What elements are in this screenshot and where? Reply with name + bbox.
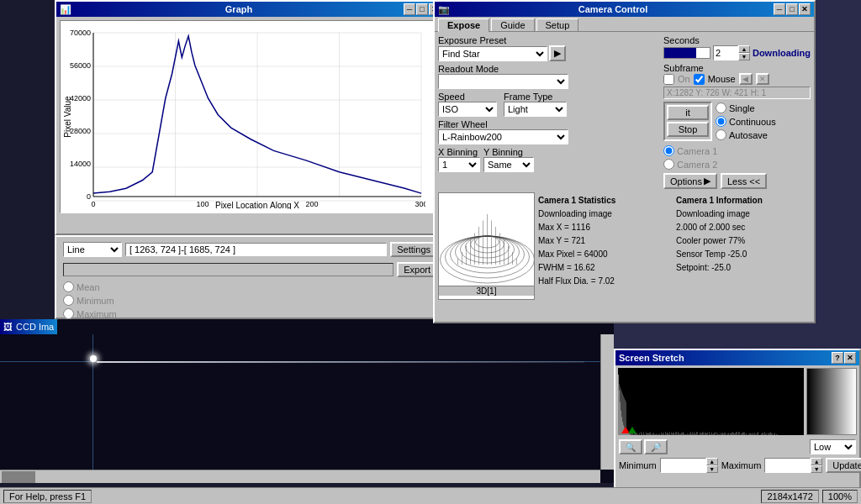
x-binning-select[interactable]: 1: [438, 157, 480, 172]
info-downloading: Downloading image: [676, 207, 809, 221]
graph-title: Graph: [225, 4, 252, 14]
frame-type-select[interactable]: Light: [504, 102, 567, 117]
info-exposure: 2.000 of 2.000 sec: [676, 221, 809, 234]
camera-maximize-btn[interactable]: □: [786, 3, 798, 15]
zoom-out-button[interactable]: 🔎: [644, 439, 668, 454]
subframe-on-checkbox[interactable]: [663, 74, 674, 85]
options-button[interactable]: Options ▶: [663, 173, 717, 189]
camera-stats-row: 3D[1] Camera 1 Statistics Downloading im…: [438, 192, 811, 300]
it-stop-group: it Stop: [663, 102, 712, 141]
stretch-title-bar: Screen Stretch ? ✕: [615, 350, 859, 365]
max-up-btn[interactable]: ▲: [811, 458, 822, 465]
min-max-controls: Minimum 13.022 ▲ ▼ Maximum 3207.6 ▲ ▼ Up…: [615, 456, 859, 475]
seconds-down-btn[interactable]: ▼: [738, 53, 750, 60]
y-binning-select[interactable]: Same: [483, 157, 534, 172]
exposure-preset-select[interactable]: Find Star: [438, 46, 547, 61]
tab-setup[interactable]: Setup: [536, 18, 579, 31]
export-button[interactable]: Export: [397, 262, 437, 277]
camera-control-window: 📷 Camera Control ─ □ ✕ Expose Guide Setu…: [433, 0, 816, 323]
ccd-scrollbar-v[interactable]: [600, 334, 614, 470]
status-bar: For Help, press F1 2184x1472 100%: [0, 487, 861, 504]
camera1-radio[interactable]: [663, 145, 674, 156]
subframe-btn1[interactable]: ◀: [739, 73, 753, 85]
camera1-stats-box: Camera 1 Statistics Downloading image Ma…: [536, 192, 673, 300]
seconds-spinbox: 2 ▲ ▼: [713, 45, 750, 60]
scrollbar-thumb-h[interactable]: [2, 471, 35, 483]
filter-wheel-select[interactable]: L-Rainbow200: [438, 129, 568, 144]
camera1-info-box: Camera 1 Information Downloading image 2…: [674, 192, 811, 300]
histogram-canvas: [618, 368, 778, 435]
seconds-up-btn[interactable]: ▲: [738, 45, 750, 53]
y-binning-label: Y Binning: [483, 147, 534, 157]
maximum-radio[interactable]: [63, 308, 74, 319]
star-trail: [97, 361, 584, 363]
seconds-input[interactable]: 2: [713, 45, 738, 60]
camera-minimize-btn[interactable]: ─: [774, 3, 785, 15]
exposure-preset-label: Exposure Preset: [438, 35, 660, 45]
info-cooler: Cooler power 77%: [676, 234, 809, 248]
camera-title-bar: 📷 Camera Control ─ □ ✕: [435, 2, 814, 17]
3d-preview: 3D[1]: [438, 192, 535, 300]
tab-guide[interactable]: Guide: [491, 18, 534, 31]
graph-coords: [ 1263, 724 ]-[ 1685, 724 ]: [125, 243, 387, 256]
mean-radio[interactable]: [63, 281, 74, 292]
camera-title: Camera Control: [578, 4, 648, 14]
info-setpoint: Setpoint: -25.0: [676, 261, 809, 275]
max-marker: [628, 427, 637, 433]
zoom-in-button[interactable]: 🔍: [619, 439, 642, 454]
graph-icon: 📊: [60, 4, 71, 15]
speed-select[interactable]: ISO: [438, 102, 497, 117]
graph-maximize-btn[interactable]: □: [416, 3, 428, 15]
min-input[interactable]: 13.022: [660, 458, 706, 473]
it-button[interactable]: it: [667, 105, 709, 120]
subframe-btn2[interactable]: ✕: [756, 73, 769, 85]
minimum-radio[interactable]: [63, 295, 74, 306]
exposure-progress-bar: [663, 47, 710, 59]
progress-indicator: [63, 263, 394, 276]
expose-left-col: Exposure Preset Find Star ▶ Readout Mode: [438, 35, 660, 189]
expose-tab-content: Exposure Preset Find Star ▶ Readout Mode: [435, 31, 814, 192]
tab-expose[interactable]: Expose: [438, 18, 489, 32]
stretch-help-btn[interactable]: ?: [832, 352, 843, 364]
ccd-scrollbar-h[interactable]: [0, 470, 600, 483]
single-radio[interactable]: [716, 102, 726, 113]
autosave-radio[interactable]: [716, 129, 726, 140]
stop-button[interactable]: Stop: [667, 122, 709, 137]
x-binning-label: X Binning: [438, 147, 480, 157]
settings-button[interactable]: Settings: [390, 242, 437, 257]
continuous-radio[interactable]: [716, 116, 726, 127]
downloading-text: Downloading: [753, 48, 811, 58]
max-spinbox: 3207.6 ▲ ▼: [764, 458, 822, 473]
mouse-label: Mouse: [708, 74, 736, 84]
stretch-close-btn[interactable]: ✕: [844, 352, 856, 364]
play-button[interactable]: ▶: [549, 45, 566, 61]
less-button[interactable]: Less <<: [721, 173, 767, 189]
histogram-main: [618, 368, 804, 435]
max-down-btn[interactable]: ▼: [811, 465, 822, 473]
help-status: For Help, press F1: [3, 490, 92, 503]
graph-controls-panel: Line [ 1263, 724 ]-[ 1685, 724 ] Setting…: [55, 235, 446, 319]
max-input[interactable]: 3207.6: [764, 458, 811, 473]
stat-max-x: Max X = 1116: [538, 221, 671, 234]
readout-mode-select[interactable]: [438, 74, 568, 89]
3d-label: 3D[1]: [439, 286, 534, 296]
maximum-label: Maximum: [721, 460, 762, 470]
star-indicator: [90, 355, 97, 362]
min-up-btn[interactable]: ▲: [706, 458, 718, 465]
camera-close-btn[interactable]: ✕: [799, 3, 811, 15]
subframe-mouse-checkbox[interactable]: [694, 74, 705, 85]
seconds-label: Seconds: [663, 35, 811, 45]
camera2-radio[interactable]: [663, 159, 674, 170]
update-button[interactable]: Update: [826, 458, 861, 473]
on-label: On: [678, 74, 690, 84]
graph-minimize-btn[interactable]: ─: [404, 3, 415, 15]
min-down-btn[interactable]: ▼: [706, 465, 718, 473]
zoom-status: 100%: [822, 490, 858, 503]
ccd-image-area: 🖼 CCD Ima: [0, 319, 614, 483]
info-sensor-temp: Sensor Temp -25.0: [676, 248, 809, 261]
graph-canvas: [64, 24, 425, 209]
stretch-mode-select[interactable]: Low: [810, 439, 856, 454]
stat-downloading: Downloading image: [538, 207, 671, 221]
graph-title-bar: 📊 Graph ─ □ ✕: [56, 2, 444, 17]
graph-type-select[interactable]: Line: [63, 242, 122, 257]
